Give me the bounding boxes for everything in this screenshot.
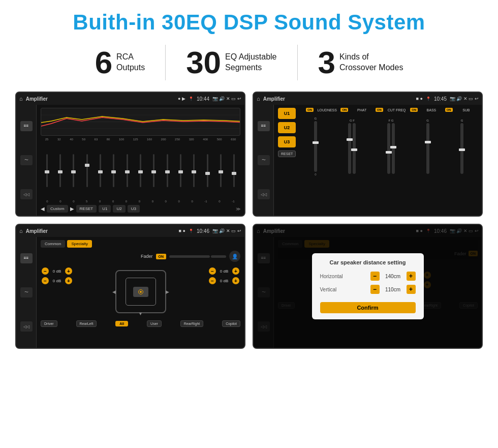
loudness-col: G 0 <box>314 117 317 176</box>
bass-col: G <box>426 119 429 174</box>
eq-slider-7 <box>121 154 133 187</box>
fader-speaker-icon[interactable]: ◁◁ <box>20 321 33 332</box>
wave-icon[interactable]: 〜 <box>20 155 33 165</box>
horizontal-row: Horizontal − 140cm + <box>320 272 416 281</box>
loudness-on-btn[interactable]: ON <box>306 108 314 112</box>
crossover-sliders-area: G 0 G F <box>300 113 478 213</box>
db-val-fr: 0 dB <box>217 269 231 274</box>
db-plus-fr[interactable]: + <box>232 267 239 275</box>
crossover-status-icons: 📷 🔊 ✕ ▭ ↩ <box>450 96 479 101</box>
eq-u1-button[interactable]: U1 <box>99 205 111 213</box>
fader-h-slider-1[interactable] <box>169 255 210 258</box>
vertical-label: Vertical <box>320 287 337 292</box>
bass-label: BASS <box>420 108 443 112</box>
eq-body: ≡≡ 〜 ◁◁ <box>16 105 244 216</box>
vertical-minus-button[interactable]: − <box>370 285 380 294</box>
phat-thumb-f <box>351 148 357 151</box>
fader-specialty-tab[interactable]: Specialty <box>67 240 91 248</box>
eq-icon[interactable]: ≡≡ <box>20 121 33 131</box>
bass-g-label: G <box>426 119 429 122</box>
db-plus-rr[interactable]: + <box>232 277 239 284</box>
confirm-button[interactable]: Confirm <box>320 302 416 313</box>
db-minus-rl[interactable]: − <box>42 277 49 284</box>
horizontal-minus-button[interactable]: − <box>370 272 380 281</box>
fader-car-area: − 0 dB + − 0 dB + <box>41 265 240 318</box>
fader-rearright-button[interactable]: RearRight <box>180 320 204 327</box>
crossover-reset-button[interactable]: RESET <box>278 151 296 157</box>
eq-custom-button[interactable]: Custom <box>47 205 68 213</box>
stat-label-crossover: Kinds of Crossover Modes <box>339 52 403 73</box>
bass-on-btn[interactable]: ON <box>410 108 418 112</box>
fader-main-content: Common Specialty Fader ON 👤 <box>37 237 244 348</box>
loudness-g-label: G <box>314 117 317 120</box>
dialog-overlay: Car speaker distance setting Horizontal … <box>254 225 482 348</box>
dialog-title: Car speaker distance setting <box>320 259 416 265</box>
cutfreq-slider-f[interactable] <box>387 123 390 174</box>
fader-user-button[interactable]: User <box>147 320 162 327</box>
db-plus-rl[interactable]: + <box>65 277 72 284</box>
eq-slider-4 <box>81 154 93 187</box>
sub-slider[interactable] <box>460 123 463 174</box>
sub-g-label: G <box>461 119 463 122</box>
fader-home-icon[interactable]: ⌂ <box>19 228 23 234</box>
loudness-slider[interactable] <box>314 121 317 172</box>
eq-prev-button[interactable]: ◀ <box>41 206 45 212</box>
cutfreq-thumb-g <box>390 146 396 148</box>
db-row-rl: − 0 dB + <box>42 277 72 284</box>
sub-label: SUB <box>455 108 478 112</box>
crossover-sidebar: ≡≡ 〜 ◁◁ <box>254 105 274 216</box>
crossover-eq-icon[interactable]: ≡≡ <box>258 121 270 131</box>
eq-u2-button[interactable]: U2 <box>113 205 125 213</box>
sub-on-btn[interactable]: ON <box>445 108 453 112</box>
screen-crossover: ⌂ Amplifier ■ ● 📍 10:45 📷 🔊 ✕ ▭ ↩ ≡≡ 〜 ◁… <box>253 92 483 217</box>
preset-u2-button[interactable]: U2 <box>278 122 296 133</box>
eq-u3-button[interactable]: U3 <box>128 205 140 213</box>
phat-on-btn[interactable]: ON <box>340 108 348 112</box>
fader-rearleft-button[interactable]: RearLeft <box>76 320 97 327</box>
vertical-plus-button[interactable]: + <box>407 285 416 294</box>
crossover-speaker-icon[interactable]: ◁◁ <box>258 189 270 199</box>
eq-screen-title: Amplifier <box>26 96 175 102</box>
eq-slider-15 <box>228 154 240 187</box>
crossover-wave-icon[interactable]: 〜 <box>258 155 270 165</box>
fader-on-button[interactable]: ON <box>156 254 167 259</box>
crossover-time: 10:45 <box>434 96 447 102</box>
stats-row: 6 RCA Outputs 30 EQ Adjustable Segments … <box>15 45 483 80</box>
preset-u1-button[interactable]: U1 <box>278 108 296 119</box>
fader-eq-icon[interactable]: ≡≡ <box>20 253 33 263</box>
fader-all-button[interactable]: All <box>115 321 128 326</box>
speaker-icon[interactable]: ◁◁ <box>20 189 33 199</box>
location-icon: 📍 <box>189 97 194 101</box>
fader-driver-button[interactable]: Driver <box>41 320 57 327</box>
horizontal-plus-button[interactable]: + <box>407 272 416 281</box>
eq-dot-icons: ● ▶ <box>178 96 185 101</box>
db-minus-fl[interactable]: − <box>42 267 49 275</box>
phat-slider-f[interactable] <box>353 123 356 174</box>
eq-next-button[interactable]: ▶ <box>70 206 74 212</box>
eq-slider-1 <box>41 154 53 187</box>
crossover-header-row: ON LOUDNESS ON PHAT ON CUT FREQ ON BASS … <box>300 108 478 112</box>
cutfreq-slider-g[interactable] <box>392 123 395 174</box>
stat-number-crossover: 3 <box>318 47 335 78</box>
fader-copilot-button[interactable]: Copilot <box>222 320 240 327</box>
car-arrow-left: ◀ <box>112 289 116 294</box>
db-minus-rr[interactable]: − <box>209 277 216 284</box>
crossover-body: ≡≡ 〜 ◁◁ U1 U2 U3 RESET <box>254 105 482 216</box>
eq-slider-13 <box>201 154 213 187</box>
fader-person-icon[interactable]: 👤 <box>229 251 240 262</box>
preset-u3-button[interactable]: U3 <box>278 136 296 147</box>
eq-slider-9 <box>148 154 160 187</box>
home-icon[interactable]: ⌂ <box>19 96 23 102</box>
db-minus-fr[interactable]: − <box>209 267 216 275</box>
fader-slider-group <box>169 255 226 258</box>
eq-reset-button[interactable]: RESET <box>76 205 97 213</box>
horizontal-label: Horizontal <box>320 274 343 279</box>
fader-h-slider-2[interactable] <box>211 255 226 258</box>
fader-common-tab[interactable]: Common <box>41 240 65 248</box>
fader-status-dots: ■ ● <box>179 228 185 233</box>
cutfreq-on-btn[interactable]: ON <box>376 108 383 112</box>
crossover-home-icon[interactable]: ⌂ <box>257 96 260 102</box>
db-plus-fl[interactable]: + <box>65 267 72 275</box>
fader-wave-icon[interactable]: 〜 <box>20 287 33 297</box>
bass-slider[interactable] <box>426 123 429 174</box>
